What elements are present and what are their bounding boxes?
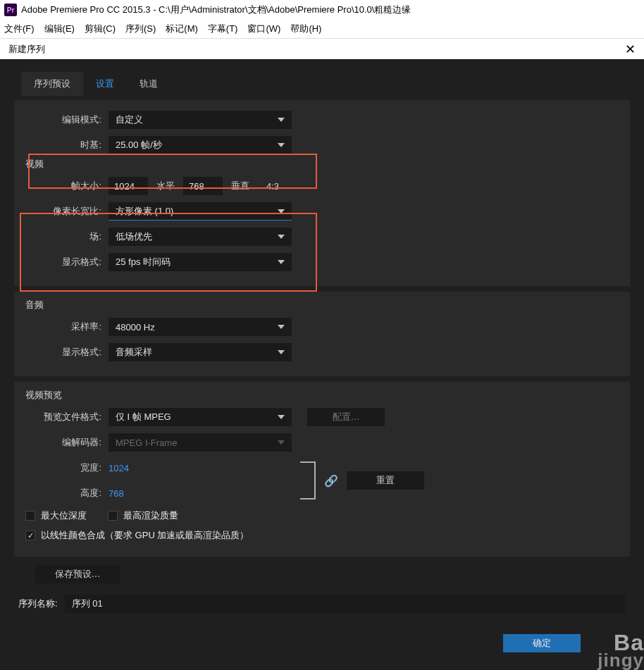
- codec-value: MPEG I-Frame: [116, 438, 177, 448]
- max-render-quality-checkbox[interactable]: [108, 511, 118, 521]
- fields-dropdown[interactable]: 低场优先: [109, 228, 292, 246]
- chevron-down-icon: [278, 440, 285, 445]
- menu-window[interactable]: 窗口(W): [247, 23, 280, 35]
- titlebar: Pr Adobe Premiere Pro CC 2015.3 - C:\用户\…: [0, 0, 644, 20]
- sample-rate-value: 48000 Hz: [116, 322, 155, 333]
- sample-rate-label: 采样率:: [25, 321, 109, 333]
- chevron-down-icon: [278, 260, 285, 264]
- edit-mode-dropdown[interactable]: 自定义: [109, 111, 292, 129]
- dialog-header: 新建序列 ✕: [0, 38, 644, 59]
- panel-preview: 视频预览 预览文件格式: 仅 I 帧 MPEG 配置… 编解码器: MPEG I…: [14, 382, 630, 557]
- video-section-title: 视频: [25, 158, 619, 170]
- chevron-down-icon: [278, 415, 285, 419]
- par-dropdown[interactable]: 方形像素 (1.0): [109, 202, 292, 221]
- menubar: 文件(F) 编辑(E) 剪辑(C) 序列(S) 标记(M) 字幕(T) 窗口(W…: [0, 20, 644, 38]
- chevron-down-icon: [278, 350, 285, 354]
- audio-display-dropdown[interactable]: 音频采样: [109, 343, 292, 361]
- panel-audio: 音频 采样率: 48000 Hz 显示格式: 音频采样: [14, 292, 630, 376]
- codec-label: 编解码器:: [25, 436, 109, 449]
- menu-title[interactable]: 字幕(T): [208, 23, 238, 35]
- video-display-label: 显示格式:: [25, 256, 109, 268]
- link-bracket: [300, 461, 316, 500]
- app-icon: Pr: [4, 4, 17, 16]
- audio-section-title: 音频: [25, 299, 619, 311]
- vertical-label: 垂直: [223, 180, 258, 192]
- edit-mode-value: 自定义: [116, 113, 143, 126]
- max-bit-depth-checkbox[interactable]: [25, 511, 35, 521]
- fields-value: 低场优先: [116, 230, 152, 243]
- panel-main: 编辑模式: 自定义 时基: 25.00 帧/秒 视频 帧大小: 1024 水平 …: [14, 100, 630, 286]
- tab-settings[interactable]: 设置: [83, 72, 127, 96]
- close-icon[interactable]: ✕: [625, 42, 636, 57]
- linear-color-checkbox[interactable]: ✓: [25, 531, 35, 540]
- preview-width-value[interactable]: 1024: [109, 463, 129, 473]
- codec-dropdown: MPEG I-Frame: [109, 433, 292, 452]
- dialog-title: 新建序列: [8, 43, 45, 56]
- save-preset-button[interactable]: 保存预设…: [35, 565, 120, 583]
- preview-section-title: 视频预览: [25, 389, 619, 402]
- chevron-down-icon: [278, 143, 285, 147]
- menu-help[interactable]: 帮助(H): [290, 23, 321, 35]
- reset-button[interactable]: 重置: [347, 471, 424, 490]
- chevron-down-icon: [278, 118, 285, 122]
- ok-button[interactable]: 确定: [503, 634, 581, 652]
- link-icon[interactable]: 🔗: [324, 474, 338, 488]
- frame-height-input[interactable]: 768: [183, 177, 223, 195]
- menu-marker[interactable]: 标记(M): [166, 23, 198, 35]
- menu-edit[interactable]: 编辑(E): [44, 23, 75, 35]
- preview-height-value[interactable]: 768: [109, 488, 124, 499]
- video-display-value: 25 fps 时间码: [116, 256, 171, 268]
- audio-display-label: 显示格式:: [25, 346, 109, 359]
- tabs: 序列预设 设置 轨道: [6, 72, 638, 96]
- menu-file[interactable]: 文件(F): [4, 23, 35, 35]
- menu-sequence[interactable]: 序列(S): [125, 23, 156, 35]
- sequence-name-label: 序列名称:: [18, 597, 58, 610]
- chevron-down-icon: [278, 209, 285, 213]
- frame-size-label: 帧大小:: [25, 180, 109, 192]
- sequence-name-input[interactable]: 序列 01: [65, 595, 626, 613]
- max-bit-depth-label: 最大位深度: [41, 509, 87, 522]
- preview-height-label: 高度:: [25, 487, 109, 500]
- par-value: 方形像素 (1.0): [116, 205, 173, 218]
- edit-mode-label: 编辑模式:: [25, 113, 109, 126]
- window-title: Adobe Premiere Pro CC 2015.3 - C:\用户\Adm…: [21, 4, 411, 16]
- par-label: 像素长宽比:: [25, 205, 109, 218]
- audio-display-value: 音频采样: [116, 346, 152, 359]
- preview-fmt-value: 仅 I 帧 MPEG: [116, 411, 171, 423]
- timebase-value: 25.00 帧/秒: [116, 139, 162, 151]
- preview-width-label: 宽度:: [25, 461, 109, 474]
- tab-preset[interactable]: 序列预设: [21, 72, 83, 96]
- linear-color-label: 以线性颜色合成（要求 GPU 加速或最高渲染品质）: [41, 529, 249, 542]
- preview-fmt-label: 预览文件格式:: [25, 411, 109, 423]
- horizontal-label: 水平: [148, 180, 183, 192]
- chevron-down-icon: [278, 325, 285, 329]
- menu-clip[interactable]: 剪辑(C): [85, 23, 116, 35]
- tab-tracks[interactable]: 轨道: [127, 72, 171, 96]
- timebase-dropdown[interactable]: 25.00 帧/秒: [109, 136, 292, 154]
- dialog-body: 序列预设 设置 轨道 编辑模式: 自定义 时基: 25.00 帧/秒 视频: [0, 59, 644, 670]
- preview-fmt-dropdown[interactable]: 仅 I 帧 MPEG: [109, 408, 292, 426]
- max-render-quality-label: 最高渲染质量: [123, 509, 178, 522]
- chevron-down-icon: [278, 235, 285, 239]
- fields-label: 场:: [25, 230, 109, 243]
- aspect-ratio: 4:3: [258, 181, 279, 192]
- sample-rate-dropdown[interactable]: 48000 Hz: [109, 318, 292, 336]
- timebase-label: 时基:: [25, 139, 109, 151]
- config-button[interactable]: 配置…: [307, 408, 385, 426]
- frame-width-input[interactable]: 1024: [109, 177, 148, 195]
- video-display-dropdown[interactable]: 25 fps 时间码: [109, 253, 292, 271]
